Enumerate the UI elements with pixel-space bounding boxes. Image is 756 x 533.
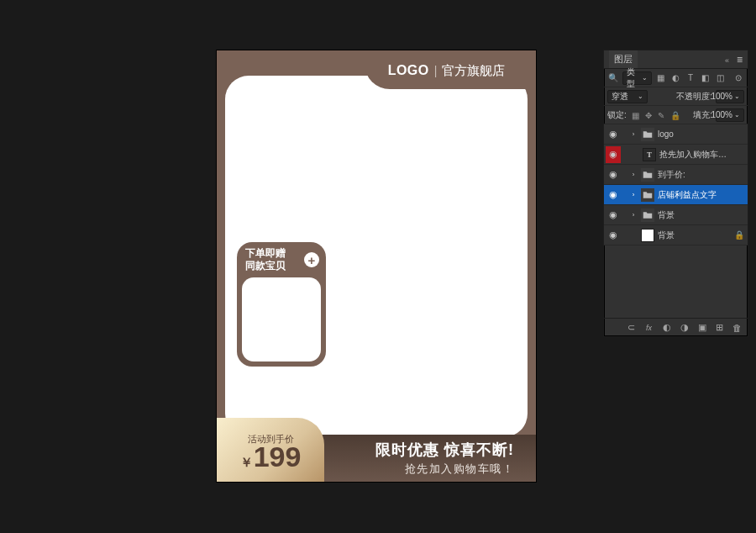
layer-row[interactable]: ◉› 店铺利益点文字: [604, 185, 748, 205]
logo-text: LOGO: [388, 63, 429, 78]
visibility-toggle[interactable]: ◉: [606, 146, 621, 163]
expand-icon[interactable]: ›: [629, 211, 638, 219]
visibility-toggle[interactable]: ◉: [607, 129, 619, 140]
expand-icon[interactable]: ›: [629, 191, 638, 198]
footer-link-icon[interactable]: ⊂: [626, 322, 637, 333]
layer-name[interactable]: 抢先加入购物车哦！: [659, 149, 731, 161]
lock-all-icon: 🔒: [670, 111, 680, 120]
filter-adjust-icon[interactable]: ◐: [670, 72, 682, 84]
layer-row[interactable]: ◉› 到手价:: [604, 165, 748, 185]
gift-box: 下单即赠 同款宝贝 +: [237, 242, 326, 367]
search-icon[interactable]: 🔍: [607, 72, 619, 84]
filter-toggle[interactable]: ⊙: [732, 72, 744, 84]
layer-filter-row: 🔍 类型⌄ ▦ ◐ T ◧ ◫ ⊙: [604, 69, 748, 87]
filter-kind-dropdown[interactable]: 类型⌄: [622, 71, 652, 85]
gift-header: 下单即赠 同款宝贝 +: [237, 242, 326, 272]
gift-image-placeholder: [242, 277, 321, 361]
footer-group-icon[interactable]: ▣: [696, 322, 707, 333]
currency-symbol: ￥: [240, 455, 253, 471]
logo-bar: LOGO | 官方旗舰店: [365, 50, 528, 89]
lock-style-icon: ✎: [658, 111, 664, 120]
footer-adjust-icon[interactable]: ◑: [679, 322, 690, 333]
panel-menu-icon[interactable]: ≡: [737, 55, 743, 65]
layers-panel: 图层 « ≡ 🔍 类型⌄ ▦ ◐ T ◧ ◫ ⊙ 穿透 ⌄: [603, 50, 748, 337]
blend-opacity-row: 穿透 ⌄ 不透明度: 100%⌄: [604, 87, 748, 106]
lock-buttons[interactable]: ▦ ✥ ✎ 🔒: [630, 110, 682, 120]
store-name: 官方旗舰店: [442, 63, 505, 79]
visibility-toggle[interactable]: ◉: [607, 230, 619, 240]
product-card: LOGO | 官方旗舰店 下单即赠 同款宝贝 +: [225, 76, 528, 437]
lock-label: 锁定:: [607, 109, 627, 121]
lock-position-icon: ✥: [645, 111, 652, 120]
footer-new-icon[interactable]: ⊞: [714, 322, 725, 333]
filter-pixel-icon[interactable]: ▦: [655, 72, 667, 84]
promo-headline: 限时优惠 惊喜不断!: [375, 440, 514, 460]
layer-name[interactable]: 到手价:: [658, 169, 731, 181]
layer-name[interactable]: 背景: [658, 230, 731, 241]
footer-trash-icon[interactable]: 🗑: [732, 323, 743, 333]
panel-footer: ⊂ fx ◐ ◑ ▣ ⊞ 🗑: [604, 318, 748, 336]
layer-list[interactable]: ◉› logo◉ T抢先加入购物车哦！◉› 到手价:◉›: [604, 124, 748, 318]
document-canvas[interactable]: LOGO | 官方旗舰店 下单即赠 同款宝贝 + 限时优惠 惊喜不断! 抢先加入…: [217, 50, 536, 482]
lock-icon: 🔒: [734, 230, 744, 240]
footer-fx-icon[interactable]: fx: [643, 324, 654, 332]
layer-name[interactable]: 店铺利益点文字: [658, 189, 731, 201]
layer-thumbnail: [641, 229, 654, 242]
promo-subline: 抢先加入购物车哦！: [405, 462, 515, 477]
workspace: LOGO | 官方旗舰店 下单即赠 同款宝贝 + 限时优惠 惊喜不断! 抢先加入…: [0, 0, 756, 533]
layer-name[interactable]: 背景: [658, 209, 731, 221]
folder-icon: [641, 188, 654, 202]
visibility-toggle[interactable]: ◉: [607, 209, 619, 220]
lock-pixels-icon: ▦: [632, 111, 639, 120]
opacity-input[interactable]: 100%⌄: [716, 90, 744, 103]
layer-name[interactable]: logo: [658, 129, 731, 139]
collapse-icon[interactable]: «: [725, 56, 732, 63]
panel-titlebar[interactable]: 图层 « ≡: [604, 50, 748, 69]
layer-row[interactable]: ◉› logo: [604, 124, 748, 145]
blend-mode-dropdown[interactable]: 穿透 ⌄: [607, 90, 648, 103]
expand-icon[interactable]: ›: [629, 171, 638, 178]
gift-text: 下单即赠 同款宝贝: [245, 247, 286, 272]
lock-fill-row: 锁定: ▦ ✥ ✎ 🔒 填充: 100%⌄: [604, 106, 748, 124]
fill-label: 填充:: [693, 109, 712, 121]
folder-icon: [641, 168, 654, 182]
filter-shape-icon[interactable]: ◧: [700, 72, 711, 84]
price-value-row: ￥ 199: [240, 442, 302, 471]
layer-row[interactable]: ◉› 背景: [604, 205, 748, 225]
fill-input[interactable]: 100%⌄: [716, 108, 744, 122]
folder-icon: [641, 208, 654, 222]
plus-icon: +: [304, 252, 319, 267]
layer-row[interactable]: ◉ 背景🔒: [604, 225, 748, 245]
visibility-toggle[interactable]: ◉: [607, 189, 619, 200]
text-layer-icon: T: [643, 148, 656, 161]
footer-mask-icon[interactable]: ◐: [661, 322, 672, 333]
layer-row[interactable]: ◉ T抢先加入购物车哦！: [604, 145, 748, 165]
opacity-label: 不透明度:: [676, 91, 712, 103]
logo-separator: |: [434, 64, 438, 77]
price-badge: 活动到手价 ￥ 199: [217, 418, 324, 482]
expand-icon[interactable]: ›: [629, 130, 638, 138]
filter-text-icon[interactable]: T: [685, 72, 696, 84]
price-number: 199: [254, 442, 302, 471]
visibility-toggle[interactable]: ◉: [607, 169, 619, 180]
filter-smart-icon[interactable]: ◫: [715, 72, 727, 84]
folder-icon: [641, 128, 654, 141]
